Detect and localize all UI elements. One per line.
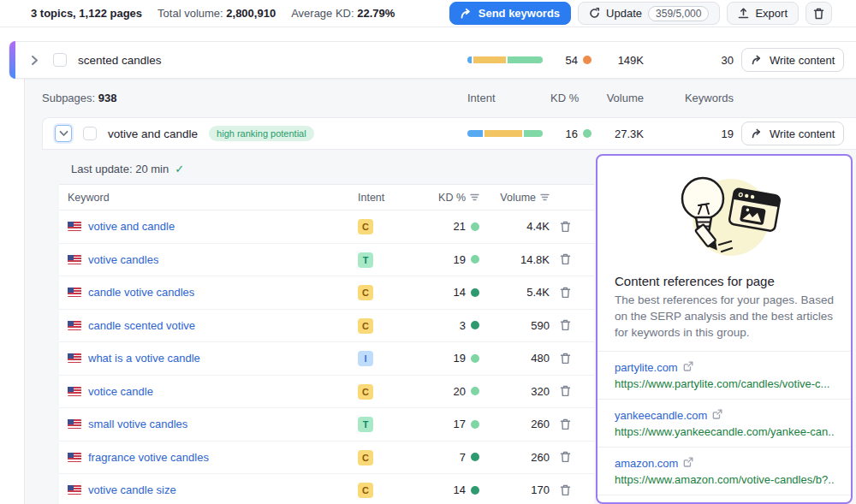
- reference-url: https://www.amazon.com/votive-candles/b?…: [615, 473, 834, 486]
- write-content-button[interactable]: Write content: [741, 122, 844, 145]
- table-row: votive candle sizeC14170: [59, 474, 594, 504]
- export-button[interactable]: Export: [727, 2, 799, 25]
- us-flag-icon: [68, 387, 81, 396]
- sort-icon: [540, 193, 550, 201]
- volume-value: 260: [488, 418, 550, 430]
- intent-badge: T: [358, 252, 373, 268]
- summary-stats: 3 topics, 1,122 pages Total volume: 2,80…: [31, 7, 395, 20]
- update-button[interactable]: Update 359/5,000: [578, 2, 720, 25]
- delete-keyword-button[interactable]: [558, 285, 573, 300]
- us-flag-icon: [68, 485, 81, 495]
- write-content-button[interactable]: Write content: [741, 48, 844, 72]
- kd-dot: [471, 420, 479, 429]
- column-header-volume-sort[interactable]: Volume: [488, 192, 550, 204]
- table-row: votive and candleC214.4K: [59, 210, 594, 244]
- delete-selected-button[interactable]: [805, 2, 832, 25]
- browser-window-icon: [728, 188, 780, 232]
- table-row: candle scented votiveC3590: [59, 310, 594, 343]
- keyword-link[interactable]: fragrance votive candles: [88, 451, 209, 464]
- keyword-link[interactable]: votive candle size: [88, 483, 176, 496]
- kd-value: 19: [454, 253, 466, 266]
- us-flag-icon: [68, 321, 81, 330]
- us-flag-icon: [68, 288, 81, 297]
- column-header-intent: Intent: [358, 192, 402, 204]
- us-flag-icon: [68, 222, 81, 231]
- delete-keyword-button[interactable]: [558, 317, 573, 333]
- expand-chevron-right-icon[interactable]: [27, 52, 42, 68]
- topic-intent-bar: [467, 56, 543, 63]
- kd-dot: [471, 255, 479, 264]
- keyword-link[interactable]: votive candles: [88, 253, 158, 266]
- keyword-link[interactable]: votive and candle: [88, 220, 175, 233]
- keyword-link[interactable]: candle votive candles: [88, 286, 194, 299]
- send-keywords-button[interactable]: Send keywords: [449, 2, 571, 25]
- delete-keyword-button[interactable]: [558, 383, 573, 399]
- table-row: fragrance votive candlesC7260: [59, 442, 594, 475]
- volume-value: 5.4K: [488, 286, 550, 299]
- references-list: partylite.comhttps://www.partylite.com/c…: [597, 351, 851, 504]
- external-link-icon[interactable]: [712, 407, 722, 423]
- table-row: small votive candlesT17260: [59, 408, 594, 442]
- delete-keyword-button[interactable]: [558, 417, 573, 432]
- write-arrow-icon: [752, 55, 764, 65]
- keyword-table-header: Keyword Intent KD % Volume: [59, 185, 594, 210]
- intent-badge: C: [358, 285, 373, 300]
- intent-badge: C: [358, 450, 373, 465]
- topic-accent-strip: [9, 41, 15, 79]
- keyword-link[interactable]: small votive candles: [88, 418, 187, 430]
- collapse-chevron-down-icon[interactable]: [55, 125, 72, 142]
- external-link-icon[interactable]: [683, 455, 693, 471]
- volume-value: 260: [488, 451, 550, 464]
- us-flag-icon: [68, 453, 81, 462]
- subpages-count: Subpages: 938: [42, 92, 460, 104]
- content-references-panel: Content references for page The best ref…: [596, 154, 853, 504]
- page-keywords-count: 19: [651, 127, 734, 140]
- summary-toolbar: 3 topics, 1,122 pages Total volume: 2,80…: [0, 0, 856, 27]
- topic-kd: 54: [550, 54, 591, 67]
- volume-value: 4.4K: [488, 220, 550, 233]
- delete-keyword-button[interactable]: [558, 449, 573, 465]
- subpages-panel: Subpages: 938 Intent KD % Volume Keyword…: [24, 79, 856, 504]
- keyword-link[interactable]: what is a votive candle: [88, 352, 200, 365]
- reference-domain-link[interactable]: yankeecandle.com: [615, 409, 707, 422]
- table-row: votive candlesT1914.8K: [59, 244, 594, 277]
- external-link-icon[interactable]: [683, 359, 693, 375]
- keyword-table: Last update: 20 min ✓ Keyword Intent KD …: [59, 154, 594, 504]
- kd-dot: [471, 453, 479, 461]
- column-header-kd-sort[interactable]: KD %: [411, 192, 479, 204]
- delete-keyword-button[interactable]: [558, 483, 573, 498]
- kd-value: 14: [454, 483, 466, 496]
- intent-segment: [508, 56, 543, 63]
- intent-badge: C: [358, 483, 373, 498]
- delete-keyword-button[interactable]: [558, 351, 573, 366]
- intent-badge: C: [358, 219, 373, 234]
- volume-value: 320: [488, 385, 550, 398]
- intent-badge: C: [358, 318, 373, 334]
- kd-dot: [471, 321, 479, 329]
- intent-badge: C: [358, 384, 373, 400]
- kd-value: 19: [454, 352, 466, 365]
- last-update-bar: Last update: 20 min ✓: [59, 154, 594, 185]
- page-checkbox[interactable]: [83, 127, 97, 140]
- intent-badge: I: [358, 351, 373, 366]
- page-volume: 27.3K: [599, 127, 644, 140]
- sort-icon: [470, 193, 479, 201]
- export-icon: [738, 8, 749, 19]
- keyword-link[interactable]: votice candle: [88, 385, 153, 398]
- topic-checkbox[interactable]: [53, 53, 67, 67]
- keyword-link[interactable]: candle scented votive: [88, 319, 195, 332]
- delete-keyword-button[interactable]: [558, 219, 573, 234]
- kd-value: 7: [460, 451, 466, 464]
- intent-segment: [467, 130, 483, 137]
- column-header-kd: KD %: [550, 92, 591, 104]
- page-title: votive and candle: [108, 127, 198, 140]
- reference-domain-link[interactable]: partylite.com: [615, 361, 678, 374]
- delete-keyword-button[interactable]: [558, 252, 573, 267]
- kd-dot: [471, 387, 479, 395]
- subpages-header: Subpages: 938 Intent KD % Volume Keyword…: [25, 79, 856, 117]
- kd-dot: [471, 222, 479, 231]
- references-illustration: [597, 156, 851, 265]
- reference-domain-link[interactable]: amazon.com: [615, 457, 678, 470]
- intent-segment: [473, 56, 506, 63]
- high-ranking-badge: high ranking potential: [209, 126, 314, 141]
